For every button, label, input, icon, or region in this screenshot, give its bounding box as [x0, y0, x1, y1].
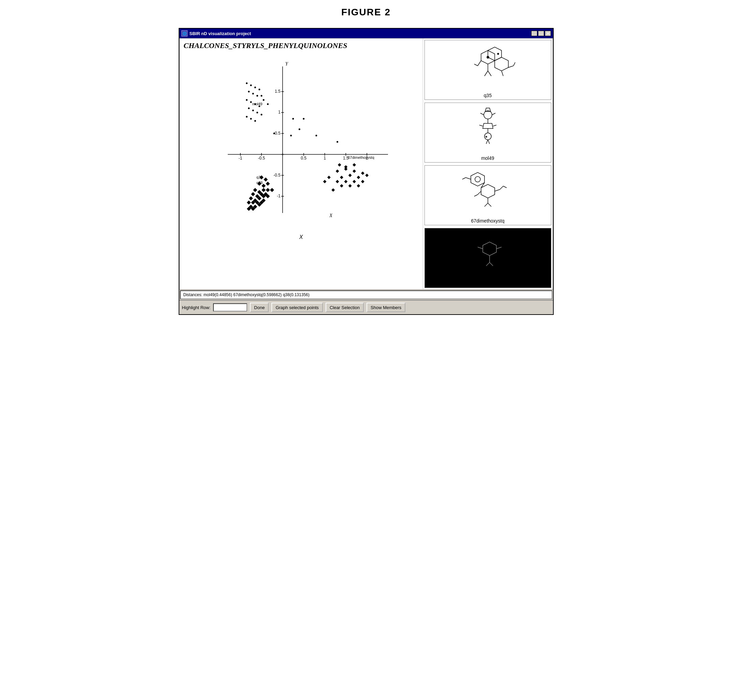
molecule-label-q35: q35	[425, 91, 551, 100]
svg-line-33	[466, 178, 471, 179]
maximize-button[interactable]: □	[538, 31, 544, 36]
svg-line-45	[496, 247, 502, 249]
svg-line-10	[514, 62, 515, 66]
svg-marker-26	[471, 172, 485, 186]
window-title: SBIR nD visualization project	[190, 31, 251, 36]
svg-line-35	[478, 191, 481, 195]
svg-line-34	[462, 178, 466, 179]
svg-line-5	[488, 71, 491, 76]
svg-line-43	[490, 262, 493, 266]
svg-line-24	[492, 113, 495, 115]
svg-line-42	[486, 262, 490, 266]
svg-point-12	[498, 53, 499, 54]
status-bar: Distances: mol49(0.44856) 67dimethoxystq…	[180, 290, 552, 299]
molecule-label-q38: q38	[425, 279, 551, 288]
svg-line-23	[480, 113, 484, 115]
svg-marker-28	[481, 184, 495, 198]
graph-selected-button[interactable]: Graph selected points	[271, 303, 323, 312]
svg-line-22	[493, 125, 496, 126]
bottom-bar: Highlight Row: Done Graph selected point…	[179, 300, 553, 314]
plot-title: CHALCONES_STYRYLS_PHENYLQUINOLONES	[180, 38, 423, 53]
molecule-panel-mol49: + mol49	[424, 103, 551, 163]
show-members-button[interactable]: Show Members	[367, 303, 405, 312]
app-icon: 🌐	[181, 30, 187, 37]
svg-marker-40	[483, 242, 496, 256]
svg-line-4	[485, 71, 488, 76]
svg-point-27	[475, 176, 480, 182]
svg-point-11	[487, 56, 489, 58]
svg-line-30	[495, 190, 500, 191]
svg-line-39	[488, 203, 491, 206]
molecule-panel-q35: q35	[424, 40, 551, 100]
highlight-row-input[interactable]	[213, 303, 247, 312]
svg-text:+: +	[486, 135, 487, 138]
clear-selection-button[interactable]: Clear Selection	[325, 303, 364, 312]
svg-point-14	[484, 111, 492, 119]
svg-line-9	[508, 66, 514, 68]
svg-line-8	[502, 71, 503, 76]
svg-line-38	[485, 203, 488, 206]
svg-line-32	[503, 186, 507, 188]
svg-line-7	[474, 64, 478, 66]
svg-line-21	[479, 125, 483, 126]
page-title: FIGURE 2	[341, 7, 391, 18]
svg-line-19	[486, 140, 488, 144]
plot-area: CHALCONES_STYRYLS_PHENYLQUINOLONES X	[180, 38, 423, 289]
molecule-panel-67dimethoxystq: 67dimethoxystq	[424, 165, 551, 225]
svg-line-6	[478, 61, 481, 66]
close-button[interactable]: ✕	[545, 31, 551, 36]
svg-line-20	[488, 140, 490, 144]
svg-marker-16	[483, 124, 493, 128]
svg-line-31	[500, 186, 503, 190]
x-axis-label: X	[299, 234, 303, 240]
right-panel: q35	[423, 38, 553, 289]
minimize-button[interactable]: _	[531, 31, 537, 36]
highlight-row-label: Highlight Row:	[182, 305, 211, 310]
application-window: 🌐 SBIR nD visualization project _ □ ✕ CH…	[179, 28, 554, 315]
svg-line-36	[474, 195, 478, 196]
molecule-panel-q38: q38	[424, 228, 551, 288]
title-bar: 🌐 SBIR nD visualization project _ □ ✕	[179, 29, 553, 38]
svg-marker-2	[495, 57, 508, 71]
done-button[interactable]: Done	[250, 303, 269, 312]
molecule-label-mol49: mol49	[425, 154, 551, 162]
molecule-label-67dimethoxystq: 67dimethoxystq	[425, 217, 551, 225]
svg-line-44	[478, 247, 483, 249]
